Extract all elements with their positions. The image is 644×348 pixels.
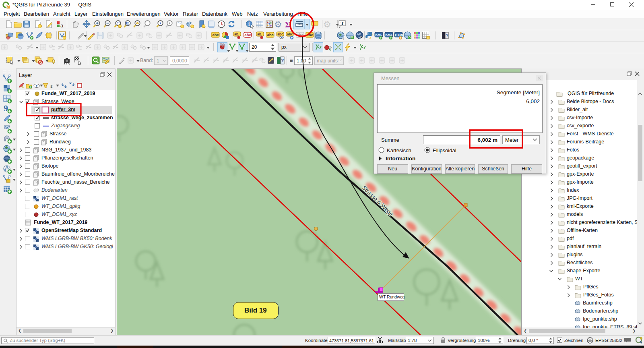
svg-text:a: a <box>60 23 64 29</box>
svg-text:ab: ab <box>257 32 261 36</box>
svg-text:T: T <box>341 21 344 26</box>
svg-text:abc: abc <box>213 33 219 37</box>
svg-text:abc: abc <box>245 33 251 37</box>
svg-text:ab: ab <box>234 32 238 36</box>
svg-text:abc: abc <box>267 33 274 37</box>
svg-text:abc: abc <box>277 32 283 36</box>
svg-text:ε: ε <box>50 83 53 89</box>
svg-text:?: ? <box>446 33 449 38</box>
svg-text:⚙: ⚙ <box>275 20 282 29</box>
svg-text:Σ: Σ <box>285 20 291 29</box>
svg-text:KMZ: KMZ <box>386 33 392 37</box>
svg-text:⚙: ⚙ <box>324 20 331 29</box>
svg-text:KML: KML <box>376 33 382 37</box>
svg-text:abc: abc <box>297 33 303 37</box>
svg-text:HTML: HTML <box>395 33 403 37</box>
svg-text:abc: abc <box>287 32 293 36</box>
svg-text:?: ? <box>281 58 284 63</box>
svg-text:abc: abc <box>307 33 313 37</box>
